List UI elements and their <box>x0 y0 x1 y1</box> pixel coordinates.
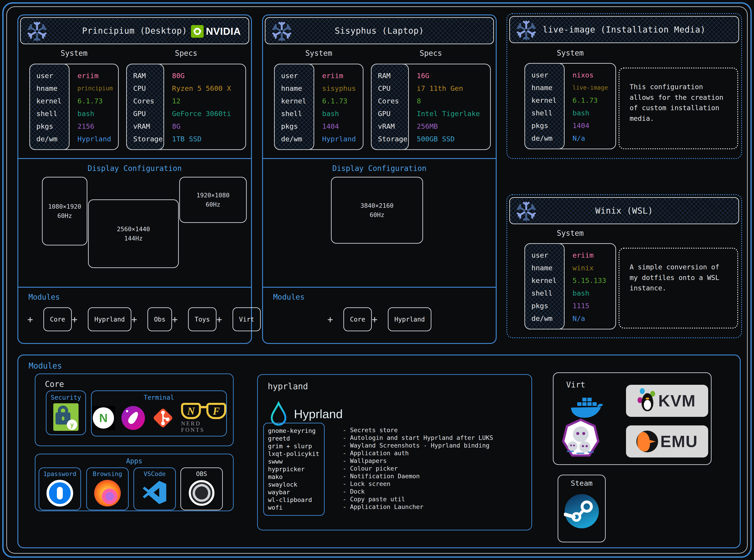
row-value: Intel Tigerlake <box>409 109 480 118</box>
row-value: 1404 <box>315 122 339 130</box>
app-browsing: Browsing <box>86 467 129 510</box>
terminal-box: Terminal N <box>91 391 227 437</box>
steam-icon <box>564 493 599 529</box>
sisyphus-system-table: user eriim hname sisyphus kernel 6.1.73 <box>274 64 364 150</box>
row-label: shell <box>525 109 565 117</box>
table-row: GPU GeForce 3060ti <box>127 107 245 120</box>
row-label: Storage <box>372 135 409 143</box>
app-title: Browsing <box>87 471 128 477</box>
module-chip: Core <box>343 307 372 331</box>
live-image-header: live-image (Installation Media) <box>509 16 739 43</box>
row-label: shell <box>275 109 315 118</box>
modules-title: Modules <box>28 293 60 301</box>
modules-chips: + Core + Hyprland + Obs + Toys <box>27 307 241 332</box>
row-value: 1115 <box>565 302 589 310</box>
card-sisyphus: Sisyphus (Laptop) System user eriim hnam… <box>262 15 497 344</box>
package-name: hyprpicker <box>268 465 324 473</box>
package-list-box: gnome-keyring greetd grim + slurp lxqt-p… <box>263 423 325 516</box>
row-value: bash <box>565 289 589 297</box>
row-value: bash <box>70 109 94 118</box>
module-chip: Hyprland <box>88 307 131 331</box>
table-row: shell bash <box>275 107 363 120</box>
sisyphus-specs-table: RAM 16G CPU i7 11th Gen Cores 8 GPU <box>371 64 491 150</box>
package-name: lxqt-policykit <box>268 450 324 458</box>
package-name: greetd <box>268 435 324 442</box>
row-value: Ryzen 5 5600 X <box>165 84 231 92</box>
row-value: bash <box>565 109 589 117</box>
hyprland-title: hyprland <box>268 382 308 391</box>
row-label: pkgs <box>525 121 565 129</box>
specs-table-title: Specs <box>126 49 246 58</box>
row-value: 6.1.73 <box>565 96 598 104</box>
row-value: Hyprland <box>315 135 356 143</box>
row-value: 5.15.133 <box>565 276 606 284</box>
docker-icon <box>569 393 603 421</box>
table-row: Cores 12 <box>127 95 245 107</box>
row-value: Hyprland <box>70 135 111 143</box>
table-row: user eriim <box>525 249 615 261</box>
row-value: eriim <box>565 251 593 259</box>
app-1password: 1password <box>39 467 81 510</box>
table-row: de/wm N/a <box>525 132 615 144</box>
security-box: Security y <box>46 391 86 435</box>
card-title: Principium (Desktop) <box>82 26 187 36</box>
table-row: Cores 8 <box>372 95 490 107</box>
row-label: de/wm <box>30 135 70 143</box>
card-title: Sisyphus (Laptop) <box>335 26 424 36</box>
onepassword-icon <box>46 480 73 506</box>
row-label: Storage <box>127 135 165 143</box>
monitor-portrait: 1080×1920 60Hz <box>42 177 87 245</box>
row-value: 256MB <box>409 122 438 130</box>
neovim-icon: N <box>91 406 115 430</box>
row-label: CPU <box>372 84 409 92</box>
app-vscode: VSCode <box>134 467 176 510</box>
monitor-resolution: 2560×1440 <box>117 225 150 233</box>
row-value: 16G <box>409 72 429 80</box>
table-row: RAM 80G <box>127 69 245 82</box>
plus-separator: + <box>131 314 137 325</box>
principium-specs-table: RAM 80G CPU Ryzen 5 5600 X Cores 12 <box>126 64 246 150</box>
live-image-system-table: user nixos hname live-image kernel 6.1.7… <box>525 63 616 149</box>
monitor-resolution: 3840×2160 <box>361 202 393 209</box>
plus-separator: + <box>327 314 333 325</box>
modules-title: Modules <box>273 293 305 301</box>
qemu-bird-icon <box>636 431 658 452</box>
module-chip: Virt <box>232 307 261 331</box>
virt-module-box: Virt KVM <box>553 372 712 465</box>
table-row: CPU i7 11th Gen <box>372 82 490 95</box>
row-value: 500GB SSD <box>409 135 455 143</box>
module-chip-group: + Toys <box>172 307 217 331</box>
row-value: principium <box>70 85 113 92</box>
section-divider <box>17 287 252 288</box>
row-label: user <box>525 71 565 79</box>
row-value: live-image <box>565 84 608 91</box>
row-label: de/wm <box>275 135 315 143</box>
package-descriptions: - Secrets store - Autologin and start Hy… <box>343 426 493 511</box>
module-chip-group: + Hyprland <box>372 307 431 331</box>
obs-icon <box>188 480 215 506</box>
package-description: - Wallpapers <box>343 457 493 465</box>
module-chip: Hyprland <box>388 307 431 331</box>
row-value: 2156 <box>70 122 94 130</box>
system-table-title: System <box>525 48 616 57</box>
row-label: shell <box>525 289 565 297</box>
steam-box: Steam <box>557 475 606 542</box>
monitor-refresh: 60Hz <box>57 212 72 219</box>
terminal-title: Terminal <box>91 394 226 401</box>
module-chip-group: + Virt <box>217 307 261 331</box>
row-value: 12 <box>165 97 180 105</box>
row-value: eriim <box>70 72 98 80</box>
package-name: waybar <box>268 488 324 496</box>
table-row: user eriim <box>275 69 363 82</box>
package-description: - Colour picker <box>343 465 493 473</box>
vscode-icon <box>142 480 167 505</box>
git-icon <box>151 406 175 430</box>
row-value: N/a <box>565 134 585 142</box>
kvm-badge: KVM <box>626 385 708 417</box>
table-row: kernel 6.1.73 <box>275 95 363 107</box>
plus-separator: + <box>72 314 77 325</box>
hyprland-module-box: hyprland Hyprland gnome-keyring g <box>257 374 532 531</box>
row-label: hname <box>275 84 315 92</box>
table-row: RAM 16G <box>372 69 490 82</box>
table-row: shell bash <box>30 107 118 120</box>
